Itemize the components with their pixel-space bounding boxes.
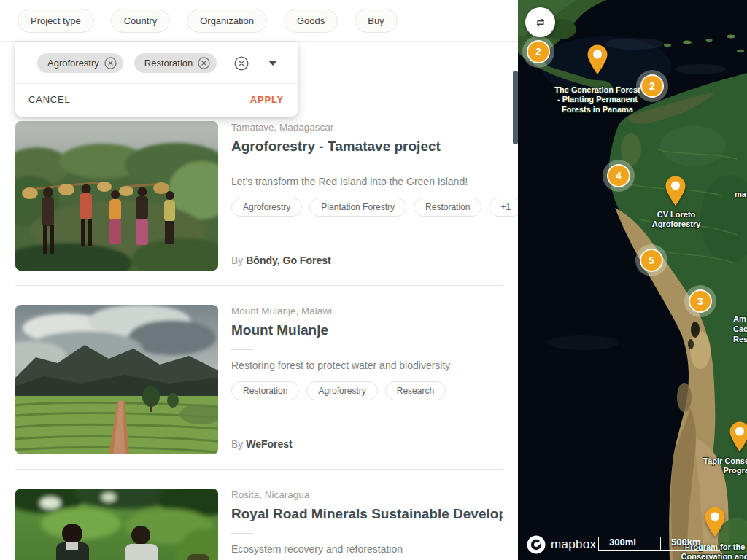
project-type-filter-dropdown: Agroforestry Restoration C [15, 42, 298, 117]
map-cluster-marker[interactable]: 2 [527, 40, 550, 63]
list-scrollbar-thumb[interactable] [513, 71, 518, 144]
card-divider [15, 285, 503, 286]
map-pin-tapir-conservation[interactable] [727, 421, 747, 452]
filter-button-project-type[interactable]: Project type [18, 9, 94, 33]
by-label: By [231, 438, 243, 450]
map-cluster-marker[interactable]: 3 [689, 289, 712, 313]
project-description: Ecosystem recovery and reforestation [231, 543, 503, 555]
project-photo[interactable] [15, 121, 218, 271]
project-list: Tamatave, Madagascar Agroforestry - Tama… [0, 42, 518, 560]
project-list-panel: Project type Country Organization Goods … [0, 0, 518, 560]
filter-chip-restoration[interactable]: Restoration [134, 53, 217, 73]
swap-horizontal-icon [533, 15, 549, 31]
project-card-body: Tamatave, Madagascar Agroforestry - Tama… [231, 121, 503, 271]
project-card-body: Mount Mulanje, Malawi Mount Mulanje Rest… [231, 305, 503, 454]
map-edge-label: Am Cac Res [733, 314, 747, 344]
project-card-body: Rosita, Nicaragua Royal Road Minerals Su… [231, 489, 503, 560]
mapbox-logo-icon [527, 535, 546, 554]
filter-chip-agroforestry[interactable]: Agroforestry [37, 53, 123, 73]
project-card-tamatave[interactable]: Tamatave, Madagascar Agroforestry - Tama… [0, 121, 518, 271]
filter-bar: Project type Country Organization Goods … [0, 0, 518, 42]
project-location: Tamatave, Madagascar [231, 122, 503, 133]
project-card-mount-mulanje[interactable]: Mount Mulanje, Malawi Mount Mulanje Rest… [0, 305, 518, 454]
tag-pill: Agroforestry [306, 381, 377, 400]
title-divider [231, 166, 253, 166]
map-pin-cv-loreto[interactable] [663, 176, 688, 206]
mapbox-wordmark: mapbox [551, 537, 596, 552]
map-pin-label: The Generation Forest - Planting Permane… [554, 85, 641, 114]
tag-pill: Research [385, 381, 446, 400]
photo-mount-mulanje-landscape [15, 305, 218, 454]
filter-button-goods[interactable]: Goods [284, 9, 338, 33]
apply-button[interactable]: APPLY [250, 94, 284, 105]
project-location: Rosita, Nicaragua [231, 489, 503, 500]
title-divider [231, 533, 253, 534]
project-title: Agroforestry - Tamatave project [231, 139, 503, 155]
remove-chip-icon[interactable] [104, 57, 117, 69]
filter-button-organization[interactable]: Organization [187, 9, 267, 33]
project-description: Let's transform the Red Island into the … [231, 176, 503, 187]
app-window: Project type Country Organization Goods … [0, 0, 747, 560]
by-label: By [231, 254, 243, 266]
project-location: Mount Mulanje, Malawi [231, 306, 503, 316]
selected-filters-row: Agroforestry Restoration [15, 42, 298, 83]
tag-pill: Plantation Forestry [309, 198, 406, 217]
project-byline: By WeForest [231, 438, 293, 450]
dropdown-footer: CANCEL APPLY [15, 84, 298, 117]
tag-pill-more: +1 [489, 198, 518, 217]
project-title: Royal Road Minerals Sustainable Develop… [231, 506, 503, 522]
project-photo[interactable] [15, 489, 218, 560]
organization-name: Bôndy, Go Forest [246, 254, 330, 266]
card-divider [15, 469, 503, 470]
project-card-royal-road[interactable]: Rosita, Nicaragua Royal Road Minerals Su… [0, 489, 518, 560]
map-cluster-marker[interactable]: 4 [607, 164, 630, 187]
filter-button-buy[interactable]: Buy [355, 9, 397, 33]
scale-miles: 300mi [598, 537, 660, 551]
tag-pill: Restoration [414, 198, 481, 217]
remove-chip-icon[interactable] [198, 57, 210, 69]
project-byline: By Bôndy, Go Forest [231, 254, 331, 266]
map-pin-pantanal-program[interactable] [703, 507, 727, 537]
photo-rosita-people-in-forest [15, 489, 218, 560]
chevron-down-icon[interactable] [268, 61, 277, 66]
project-tags: Agroforestry Plantation Forestry Restora… [231, 198, 503, 217]
map-edge-label: ma [735, 190, 746, 200]
tag-pill: Agroforestry [231, 198, 302, 217]
photo-tamatave-people-carrying-baskets [15, 121, 218, 271]
map-cluster-marker[interactable]: 5 [640, 249, 663, 272]
organization-name: WeForest [246, 438, 293, 450]
map-scale-bar: 300mi 500km [598, 537, 720, 551]
clear-all-icon[interactable] [234, 56, 249, 71]
scale-kilometers: 500km [660, 537, 720, 551]
project-title: Mount Mulanje [231, 322, 503, 338]
map-canvas[interactable]: 2 2 4 5 3 The Generation Forest - Planti… [518, 0, 747, 560]
cancel-button[interactable]: CANCEL [28, 94, 71, 105]
filter-button-country[interactable]: Country [111, 9, 171, 33]
map-pin-generation-forest[interactable] [585, 44, 610, 75]
map-pin-label: Tapir Conservation Program [694, 456, 747, 476]
mapbox-attribution[interactable]: mapbox [527, 535, 596, 554]
swap-view-button[interactable] [525, 7, 555, 37]
filter-chip-label: Agroforestry [47, 58, 99, 69]
title-divider [231, 349, 253, 350]
map-cluster-marker[interactable]: 2 [640, 74, 664, 98]
filter-chip-label: Restoration [144, 58, 193, 69]
project-photo[interactable] [15, 305, 218, 454]
tag-pill: Restoration [231, 381, 299, 400]
map-pin-label: CV Loreto Agroforestry [640, 210, 713, 230]
project-tags: Restoration Agroforestry Research [231, 381, 503, 400]
project-description: Restoring forest to protect water and bi… [231, 359, 503, 371]
